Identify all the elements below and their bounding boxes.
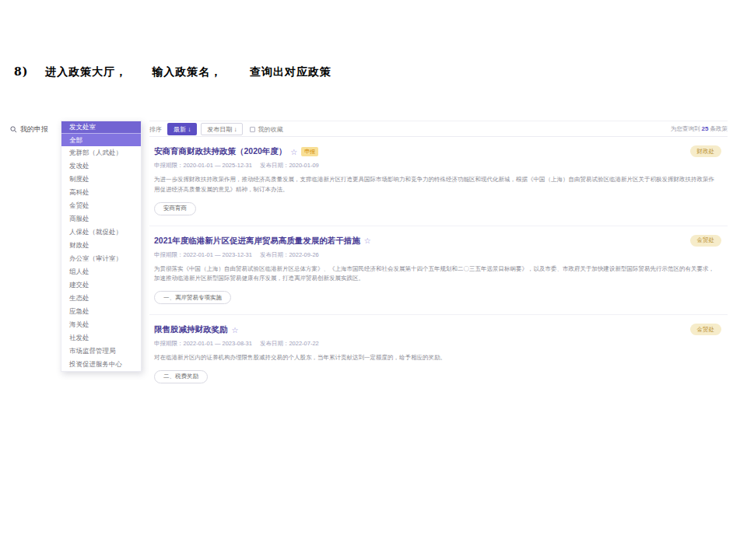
dropdown-item-label: 组人处	[69, 268, 89, 277]
period-label: 申报期限：	[154, 251, 184, 258]
policy-description: 对在临港新片区内的证券机构办理限售股减持交易的个人股东，当年累计贡献达到一定额度…	[154, 353, 728, 363]
dropdown-item-all[interactable]: 全部	[61, 133, 141, 146]
dropdown-item-label: 生态处	[69, 294, 89, 303]
search-icon	[10, 126, 17, 133]
publish-date-value: 2022-09-26	[289, 251, 318, 258]
period-value: 2022-01-01 — 2023-08-31	[184, 340, 252, 347]
sort-publish-date-button[interactable]: 发布日期 ↓	[201, 123, 243, 135]
policy-card: 安商育商财政扶持政策（2020年度） ☆ 申报 财政处 申报期限：2020-01…	[149, 137, 728, 226]
dropdown-item-label: 制度处	[69, 175, 89, 184]
policy-category-pill[interactable]: 一、离岸贸易专项实施	[154, 291, 231, 304]
publish-date-value: 2022-07-22	[289, 340, 318, 347]
step-number: 8)	[14, 65, 28, 78]
policy-card: 限售股减持财政奖励 ☆ 金贸处 申报期限：2022-01-01 — 2023-0…	[149, 315, 728, 394]
policy-category-pill[interactable]: 二、税费奖励	[154, 370, 208, 383]
dropdown-item-label: 应急处	[69, 307, 89, 317]
publish-date-label: 发布日期：	[260, 162, 289, 169]
favorite-star-icon[interactable]: ☆	[364, 236, 371, 245]
dropdown-item-label: 金贸处	[69, 201, 89, 211]
period-value: 2022-01-01 — 2023-12-31	[184, 251, 252, 258]
dropdown-item-label: 党群部（人武处）	[69, 149, 122, 158]
dropdown-item-label: 市场监督管理局	[69, 347, 116, 356]
sort-newest-button[interactable]: 最新 ↓	[167, 123, 197, 135]
publish-date-label: 发布日期：	[260, 251, 289, 258]
dropdown-item[interactable]: 社发处	[61, 331, 141, 345]
policy-category-pill[interactable]: 安商育商	[154, 202, 196, 215]
dropdown-item[interactable]: 市场监督管理局	[61, 345, 141, 358]
policy-title-link[interactable]: 限售股减持财政奖励	[154, 324, 228, 335]
dropdown-item[interactable]: 发改处	[61, 159, 141, 173]
dropdown-item-label: 商服处	[69, 215, 89, 224]
dropdown-item-label: 办公室（审计室）	[69, 254, 122, 264]
policy-description: 为贯彻落实《中国（上海）自由贸易试验区临港新片区总体方案》、《上海市国民经济和社…	[154, 264, 728, 285]
sort-toolbar: 排序 最新 ↓ 发布日期 ↓ 我的收藏 为您查询到25条政策	[149, 121, 728, 135]
policy-list-panel: 排序 最新 ↓ 发布日期 ↓ 我的收藏 为您查询到25条政策 安商育商财政扶持政…	[149, 121, 728, 394]
dropdown-item[interactable]: 商服处	[61, 212, 141, 226]
step-heading: 8) 进入政策大厅， 输入政策名， 查询出对应政策	[14, 65, 331, 79]
dropdown-item[interactable]: 办公室（审计室）	[61, 252, 141, 265]
policy-description: 为进一步发挥财政扶持政策作用，推动经济高质量发展，支撑临港新片区打造更具国际市场…	[154, 175, 728, 195]
department-filter-dropdown: 发文处室 全部 党群部（人武处） 发改处 制度处 高科处 金贸处 商服处 人保处…	[61, 121, 142, 372]
dropdown-item-label: 人保处（就促处）	[69, 228, 122, 237]
dropdown-item[interactable]: 组人处	[61, 265, 141, 278]
dropdown-list: 党群部（人武处） 发改处 制度处 高科处 金贸处 商服处 人保处（就促处） 财政…	[61, 146, 141, 371]
period-label: 申报期限：	[154, 162, 184, 169]
publish-date-value: 2020-01-09	[289, 162, 318, 169]
my-favorites-label: 我的收藏	[258, 125, 282, 134]
dropdown-item-label: 建交处	[69, 281, 89, 290]
department-badge: 财政处	[690, 145, 722, 157]
policy-meta: 申报期限：2020-01-01 — 2025-12-31发布日期：2020-01…	[154, 162, 728, 170]
result-suffix: 条政策	[710, 125, 728, 132]
step-part-3: 查询出对应政策	[250, 65, 331, 78]
dropdown-item[interactable]: 海关处	[61, 318, 141, 331]
dropdown-item[interactable]: 应急处	[61, 305, 141, 318]
my-declaration-label: 我的申报	[20, 124, 48, 135]
policy-title-link[interactable]: 安商育商财政扶持政策（2020年度）	[154, 146, 286, 157]
policy-card: 2021年度临港新片区促进离岸贸易高质量发展的若干措施 ☆ 金贸处 申报期限：2…	[149, 226, 728, 316]
dropdown-item-label: 海关处	[69, 320, 89, 330]
policy-meta: 申报期限：2022-01-01 — 2023-12-31发布日期：2022-09…	[154, 251, 728, 259]
my-declaration-link[interactable]: 我的申报	[10, 124, 48, 135]
dropdown-item[interactable]: 金贸处	[61, 199, 141, 212]
status-tag: 申报	[301, 147, 318, 156]
dropdown-item[interactable]: 生态处	[61, 292, 141, 305]
dropdown-item-label: 社发处	[69, 334, 89, 343]
department-badge: 金贸处	[690, 324, 722, 335]
policy-meta: 申报期限：2022-01-01 — 2023-08-31发布日期：2022-07…	[154, 340, 728, 348]
my-favorites-filter[interactable]: 我的收藏	[250, 125, 282, 134]
favorite-star-icon[interactable]: ☆	[290, 148, 297, 156]
period-label: 申报期限：	[154, 340, 184, 347]
sort-label: 排序	[149, 125, 162, 134]
department-badge: 金贸处	[690, 235, 722, 247]
dropdown-item[interactable]: 投资促进服务中心	[61, 358, 141, 371]
dropdown-item-label: 投资促进服务中心	[69, 360, 122, 369]
dropdown-item[interactable]: 人保处（就促处）	[61, 226, 141, 239]
result-prefix: 为您查询到	[671, 125, 700, 132]
dropdown-item[interactable]: 财政处	[61, 239, 141, 252]
dropdown-item[interactable]: 高科处	[61, 186, 141, 199]
dropdown-item-label: 财政处	[69, 241, 89, 250]
dropdown-header: 发文处室	[61, 121, 141, 133]
policy-title-link[interactable]: 2021年度临港新片区促进离岸贸易高质量发展的若干措施	[154, 236, 360, 247]
dropdown-item-label: 高科处	[69, 188, 89, 198]
result-summary: 为您查询到25条政策	[671, 125, 728, 133]
dropdown-item[interactable]: 党群部（人武处）	[61, 146, 141, 159]
publish-date-label: 发布日期：	[260, 340, 289, 347]
period-value: 2020-01-01 — 2025-12-31	[184, 162, 252, 169]
policy-card-list: 安商育商财政扶持政策（2020年度） ☆ 申报 财政处 申报期限：2020-01…	[149, 137, 728, 394]
favorite-star-icon[interactable]: ☆	[232, 326, 239, 334]
my-favorites-checkbox[interactable]	[250, 127, 255, 132]
dropdown-item[interactable]: 制度处	[61, 173, 141, 186]
step-part-1: 进入政策大厅，	[45, 65, 127, 78]
dropdown-item-label: 发改处	[69, 162, 89, 171]
dropdown-item[interactable]: 建交处	[61, 278, 141, 292]
step-part-2: 输入政策名，	[152, 65, 222, 78]
result-count: 25	[702, 125, 709, 132]
